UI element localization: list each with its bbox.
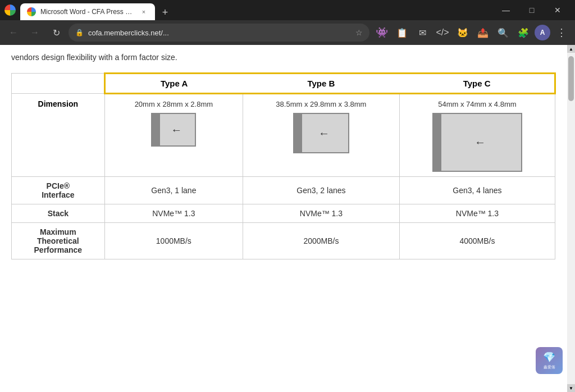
minimize-button[interactable]: — [493, 0, 519, 20]
content-wrapper: vendors design flexibility with a form f… [0, 45, 575, 392]
extension-3-icon[interactable]: ✉ [413, 24, 431, 42]
arrow-a: ← [171, 124, 182, 136]
watermark: 💎 鑫爱落 [536, 347, 564, 375]
watermark-inner: 💎 鑫爱落 [536, 347, 563, 374]
profile-avatar[interactable]: A [535, 25, 550, 40]
table-row-dimension: Dimension 20mm x 28mm x 2.8mm ← 38.5mm x… [12, 94, 555, 177]
arrow-c: ← [474, 136, 486, 149]
pcie-type-c: Gen3, 4 lanes [399, 177, 555, 204]
toolbar-icons: 👾 📋 ✉ </> 🐱 📤 🔍 🧩 A ⋮ [373, 24, 571, 42]
dim-size-c: 54mm x 74mm x 4.8mm [407, 100, 548, 108]
dimension-label: Dimension [12, 94, 105, 177]
tab-favicon [27, 7, 36, 16]
header-type-b: Type B [243, 74, 400, 94]
extension-4-icon[interactable]: </> [433, 24, 451, 42]
browser-icon [4, 4, 16, 16]
extension-2-icon[interactable]: 📋 [393, 24, 411, 42]
bookmark-icon[interactable]: ☆ [355, 28, 363, 37]
title-bar: Microsoft Word - CFA Press Re... × + — □… [0, 0, 575, 20]
comparison-table: Type A Type B Type C Dimension 20mm x 28… [11, 72, 556, 259]
intro-paragraph: vendors design flexibility with a form f… [11, 52, 556, 63]
table-row-pcie: PCIe® Interface Gen3, 1 lane Gen3, 2 lan… [12, 177, 555, 204]
dimension-type-c: 54mm x 74mm x 4.8mm ← [399, 94, 555, 177]
dim-size-b: 38.5mm x 29.8mm x 3.8mm [250, 100, 393, 108]
card-diagram-a: ← [112, 113, 236, 147]
forward-button[interactable]: → [26, 24, 44, 42]
tab-close-button[interactable]: × [139, 7, 148, 16]
address-bar: ← → ↻ 🔒 cofa.memberclicks.net/... ☆ 👾 📋 … [0, 20, 575, 45]
table-row-performance: Maximum Theoretical Performance 1000MB/s… [12, 223, 555, 259]
extension-1-icon[interactable]: 👾 [373, 24, 391, 42]
scroll-thumb[interactable] [568, 56, 574, 101]
pcie-type-b: Gen3, 2 lanes [243, 177, 400, 204]
dimension-type-a: 20mm x 28mm x 2.8mm ← [104, 94, 243, 177]
extension-5-icon[interactable]: 🐱 [454, 24, 472, 42]
card-diagram-b: ← [250, 113, 393, 153]
extension-6-icon[interactable]: 📤 [474, 24, 492, 42]
vertical-scrollbar[interactable]: ▲ ▼ [567, 45, 575, 392]
maximize-button[interactable]: □ [519, 0, 545, 20]
tab-area: Microsoft Word - CFA Press Re... × + [20, 0, 489, 20]
tab-title: Microsoft Word - CFA Press Re... [40, 8, 135, 16]
card-diagram-c: ← [407, 113, 548, 172]
card-shape-b: ← [293, 113, 349, 153]
menu-icon[interactable]: ⋮ [553, 24, 571, 42]
header-type-a: Type A [104, 74, 243, 94]
header-type-c: Type C [399, 74, 555, 94]
url-text: cofa.memberclicks.net/... [88, 29, 351, 37]
stack-type-b: NVMe™ 1.3 [243, 204, 400, 223]
window-controls: — □ ✕ [493, 0, 571, 20]
scroll-down-arrow[interactable]: ▼ [567, 384, 575, 392]
close-button[interactable]: ✕ [545, 0, 571, 20]
main-content: vendors design flexibility with a form f… [0, 45, 567, 392]
active-tab[interactable]: Microsoft Word - CFA Press Re... × [20, 3, 155, 20]
header-spacer [12, 74, 105, 94]
performance-type-b: 2000MB/s [243, 223, 400, 259]
performance-type-a: 1000MB/s [104, 223, 243, 259]
pcie-type-a: Gen3, 1 lane [104, 177, 243, 204]
table-header-row: Type A Type B Type C [12, 74, 555, 94]
stack-type-a: NVMe™ 1.3 [104, 204, 243, 223]
arrow-b: ← [318, 127, 330, 140]
address-input[interactable]: 🔒 cofa.memberclicks.net/... ☆ [69, 24, 369, 42]
dim-size-a: 20mm x 28mm x 2.8mm [112, 100, 236, 108]
performance-type-c: 4000MB/s [399, 223, 555, 259]
performance-label: Maximum Theoretical Performance [12, 223, 105, 259]
lock-icon: 🔒 [75, 29, 84, 37]
scroll-up-arrow[interactable]: ▲ [567, 45, 575, 53]
new-tab-button[interactable]: + [157, 4, 173, 20]
card-shape-c: ← [432, 113, 522, 172]
extension-8-icon[interactable]: 🧩 [514, 24, 532, 42]
stack-type-c: NVMe™ 1.3 [399, 204, 555, 223]
extension-7-icon[interactable]: 🔍 [494, 24, 512, 42]
back-button[interactable]: ← [4, 24, 22, 42]
dimension-type-b: 38.5mm x 29.8mm x 3.8mm ← [243, 94, 400, 177]
table-row-stack: Stack NVMe™ 1.3 NVMe™ 1.3 NVMe™ 1.3 [12, 204, 555, 223]
stack-label: Stack [12, 204, 105, 223]
card-shape-a: ← [151, 113, 196, 147]
reload-button[interactable]: ↻ [47, 24, 65, 42]
pcie-label: PCIe® Interface [12, 177, 105, 204]
